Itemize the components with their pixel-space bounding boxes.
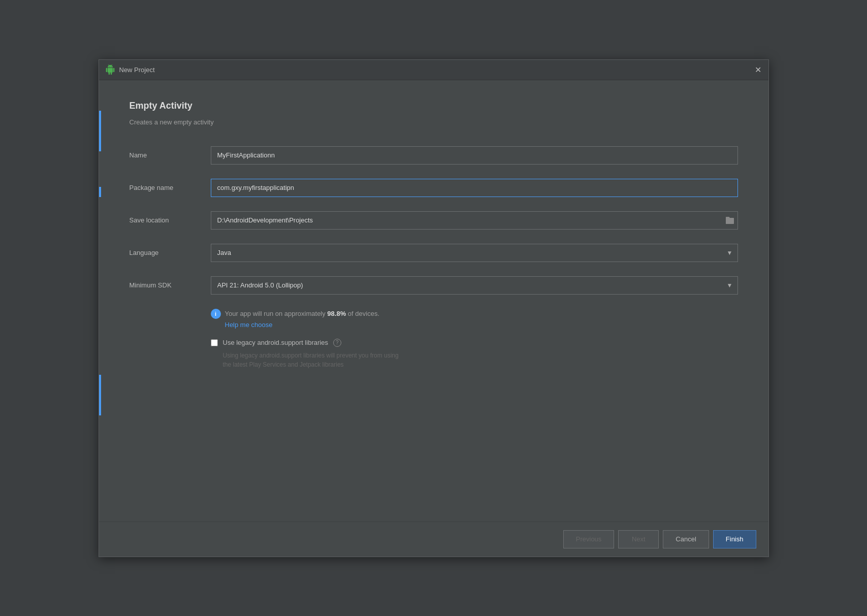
legacy-checkbox-row: Use legacy android.support libraries ?	[211, 339, 738, 347]
save-location-input[interactable]	[211, 212, 722, 228]
title-bar: New Project ✕	[99, 60, 768, 80]
save-location-label: Save location	[130, 216, 211, 224]
section-subtitle: Creates a new empty activity	[130, 118, 738, 126]
save-location-row: Save location	[130, 211, 738, 230]
legacy-desc-line2: the latest Play Services and Jetpack lib…	[223, 361, 344, 368]
legacy-desc-line1: Using legacy android.support libraries w…	[223, 352, 399, 359]
min-sdk-select-wrapper: API 21: Android 5.0 (Lollipop) API 22: A…	[211, 276, 738, 295]
min-sdk-select[interactable]: API 21: Android 5.0 (Lollipop) API 22: A…	[211, 276, 738, 295]
dialog-content: Empty Activity Creates a new empty activ…	[99, 80, 768, 522]
help-me-choose-link[interactable]: Help me choose	[225, 321, 738, 329]
sdk-info-before: Your app will run on approximately	[225, 310, 328, 317]
side-accent-2	[99, 187, 101, 197]
previous-button[interactable]: Previous	[563, 530, 615, 548]
language-label: Language	[130, 249, 211, 256]
side-accent-3	[99, 375, 101, 415]
cancel-button[interactable]: Cancel	[663, 530, 709, 548]
min-sdk-label: Minimum SDK	[130, 281, 211, 289]
language-select[interactable]: Java Kotlin	[211, 244, 738, 262]
sdk-info-after: of devices.	[346, 310, 379, 317]
name-input[interactable]	[211, 146, 738, 165]
dialog-overlay: New Project ✕ Empty Activity Creates a n…	[0, 0, 867, 616]
min-sdk-row: Minimum SDK API 21: Android 5.0 (Lollipo…	[130, 276, 738, 295]
legacy-help-icon[interactable]: ?	[333, 339, 341, 347]
info-icon: i	[211, 309, 221, 319]
package-input[interactable]	[211, 179, 738, 197]
dialog-footer: Previous Next Cancel Finish	[99, 522, 768, 557]
new-project-dialog: New Project ✕ Empty Activity Creates a n…	[99, 59, 769, 557]
side-accent-1	[99, 111, 101, 151]
legacy-checkbox[interactable]	[211, 339, 218, 346]
sdk-info-percentage: 98.8%	[327, 310, 346, 317]
sdk-info: i Your app will run on approximately 98.…	[211, 309, 738, 329]
finish-button[interactable]: Finish	[713, 530, 756, 548]
save-location-field	[211, 211, 738, 230]
window-title: New Project	[119, 66, 155, 74]
language-row: Language Java Kotlin ▼	[130, 244, 738, 262]
legacy-checkbox-desc: Using legacy android.support libraries w…	[223, 351, 487, 369]
browse-folder-icon[interactable]	[722, 217, 737, 224]
section-title: Empty Activity	[130, 101, 738, 111]
sdk-info-row: i Your app will run on approximately 98.…	[211, 309, 738, 319]
close-button[interactable]: ✕	[754, 66, 762, 74]
next-button[interactable]: Next	[618, 530, 659, 548]
name-row: Name	[130, 146, 738, 165]
name-label: Name	[130, 151, 211, 159]
package-label: Package name	[130, 184, 211, 191]
title-bar-left: New Project	[105, 64, 155, 75]
sdk-info-text: Your app will run on approximately 98.8%…	[225, 310, 380, 317]
language-select-wrapper: Java Kotlin ▼	[211, 244, 738, 262]
package-row: Package name	[130, 179, 738, 197]
android-icon	[105, 64, 115, 75]
legacy-checkbox-label: Use legacy android.support libraries	[223, 339, 328, 346]
